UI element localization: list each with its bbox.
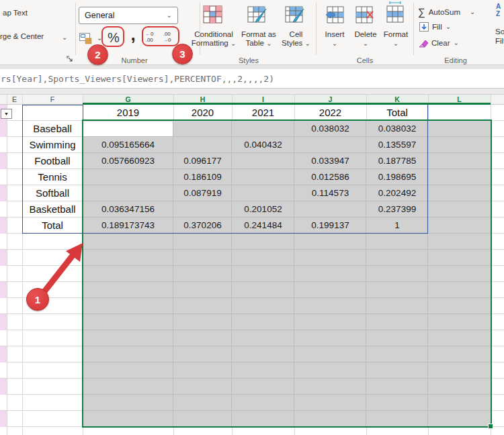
formula-bar[interactable]: rs[Year],Sports_Viewers[Viewers],PERCENT… <box>0 69 504 89</box>
format-as-table-label[interactable]: Format as Table ⌄ <box>239 30 279 48</box>
accounting-icon <box>79 33 93 44</box>
insert-label: Insert <box>325 30 345 38</box>
autosum-button[interactable]: ∑ AutoSum ⌄ <box>418 6 489 17</box>
clear-button[interactable]: Clear ⌄ <box>419 38 459 48</box>
year-header[interactable]: 2022 <box>294 105 366 121</box>
cell-styles-chevron: ⌄ <box>305 40 310 47</box>
sort-filter-label-line1[interactable]: So <box>495 28 504 36</box>
selection-border <box>82 119 492 428</box>
ribbon: ap Text rge & Center ⌄ General ⌄ ⌄ % , ←… <box>0 0 504 64</box>
conditional-formatting-line2: Formatting <box>192 39 228 47</box>
cell-styles-button[interactable] <box>285 5 305 28</box>
conditional-formatting-button[interactable] <box>203 5 223 28</box>
banded-row <box>0 121 7 137</box>
autosum-chevron: ⌄ <box>470 9 475 15</box>
banded-row <box>0 314 7 330</box>
delete-cells-button[interactable] <box>355 6 374 26</box>
annotation-step-2: 2 <box>87 44 108 65</box>
fill-icon <box>419 22 429 32</box>
banded-row <box>0 411 7 427</box>
wrap-text-label[interactable]: ap Text <box>3 9 28 17</box>
format-as-table-line1: Format as <box>241 30 276 38</box>
row-label[interactable]: Baseball <box>22 121 83 137</box>
column-header-F[interactable]: F <box>22 95 83 105</box>
cell-styles-line1: Cell <box>290 30 303 38</box>
banded-row <box>0 185 7 201</box>
conditional-formatting-label[interactable]: Conditional Formatting ⌄ <box>190 30 237 48</box>
editing-group-label: Editing <box>435 56 476 64</box>
row-label[interactable]: Basketball <box>22 201 83 218</box>
year-header[interactable]: 2020 <box>173 105 232 121</box>
delete-cells-label[interactable]: Delete ⌄ <box>352 30 379 48</box>
insert-cells-label[interactable]: Insert ⌄ <box>323 30 347 48</box>
format-as-table-button[interactable] <box>247 5 267 28</box>
eraser-icon <box>419 38 429 48</box>
format-cells-label[interactable]: Format ⌄ <box>382 30 410 48</box>
filter-arrow-icon: ▼ <box>4 111 9 116</box>
sort-filter-label-line2[interactable]: Filt <box>495 37 504 45</box>
row-label[interactable]: Swimming <box>22 137 83 153</box>
format-label: Format <box>384 30 408 38</box>
row-label[interactable]: Football <box>22 153 83 169</box>
clear-chevron: ⌄ <box>453 40 458 46</box>
row-label[interactable]: Total <box>22 218 83 234</box>
annotation-step-1: 1 <box>26 288 49 311</box>
group-separator <box>413 3 414 55</box>
insert-cells-button[interactable] <box>325 6 344 26</box>
group-separator <box>75 3 76 55</box>
formula-bar-bottom-band <box>0 89 504 95</box>
fill-label: Fill <box>432 23 442 31</box>
year-header[interactable]: Total <box>366 105 428 121</box>
number-format-chevron: ⌄ <box>167 12 172 19</box>
banded-row <box>0 282 7 298</box>
conditional-formatting-chevron: ⌄ <box>230 40 236 47</box>
number-format-value: General <box>85 11 114 20</box>
banded-row <box>0 379 7 395</box>
cell-styles-label[interactable]: Cell Styles ⌄ <box>278 30 314 48</box>
styles-group-label: Styles <box>228 56 269 64</box>
conditional-formatting-icon <box>203 5 223 25</box>
fill-handle[interactable] <box>488 424 493 429</box>
gridline <box>7 95 7 435</box>
banded-row <box>0 218 7 234</box>
merge-center-chevron[interactable]: ⌄ <box>62 34 67 41</box>
accounting-format-button[interactable] <box>78 31 94 46</box>
insert-cells-icon <box>325 6 344 23</box>
cell-styles-icon <box>285 5 305 25</box>
conditional-formatting-line1: Conditional <box>194 30 233 38</box>
format-cells-button[interactable] <box>386 0 405 26</box>
sort-filter-icon[interactable]: A Z <box>496 3 501 17</box>
delete-label: Delete <box>354 30 376 38</box>
sort-z-glyph: Z <box>496 10 500 17</box>
row-label[interactable]: Softball <box>22 185 83 201</box>
number-format-dropdown[interactable]: General ⌄ <box>79 7 178 24</box>
annotation-step-3: 3 <box>172 44 193 64</box>
comma-style-button[interactable]: , <box>128 26 138 43</box>
insert-chevron: ⌄ <box>332 40 337 47</box>
row-label[interactable]: Tennis <box>22 169 83 185</box>
year-header[interactable]: 2019 <box>83 105 173 121</box>
cell-styles-line2: Styles <box>282 39 302 47</box>
fill-chevron: ⌄ <box>446 23 451 30</box>
filter-dropdown-button[interactable]: ▼ <box>1 109 12 119</box>
column-header-E[interactable]: E <box>7 95 22 105</box>
cells-group-label: Cells <box>345 56 385 64</box>
number-group-label: Number <box>108 56 161 64</box>
fill-button[interactable]: Fill ⌄ <box>419 22 451 32</box>
clear-label: Clear <box>431 39 450 47</box>
format-as-table-line2: Table <box>245 39 264 47</box>
merge-center-label[interactable]: rge & Center <box>0 32 44 40</box>
banded-row <box>0 153 7 169</box>
ribbon-bottom-band <box>0 64 504 69</box>
delete-cells-icon <box>355 6 374 23</box>
sort-a-glyph: A <box>496 3 501 10</box>
group-separator <box>316 3 317 55</box>
banded-row <box>0 250 7 266</box>
alignment-dialog-launcher-icon[interactable] <box>67 56 73 62</box>
sigma-icon: ∑ <box>418 6 425 17</box>
delete-chevron: ⌄ <box>363 40 368 47</box>
year-header[interactable]: 2021 <box>232 105 294 121</box>
formula-text: rs[Year],Sports_Viewers[Viewers],PERCENT… <box>1 74 274 84</box>
annotation-outline-percent <box>101 26 124 47</box>
autosum-label: AutoSum <box>429 8 460 16</box>
